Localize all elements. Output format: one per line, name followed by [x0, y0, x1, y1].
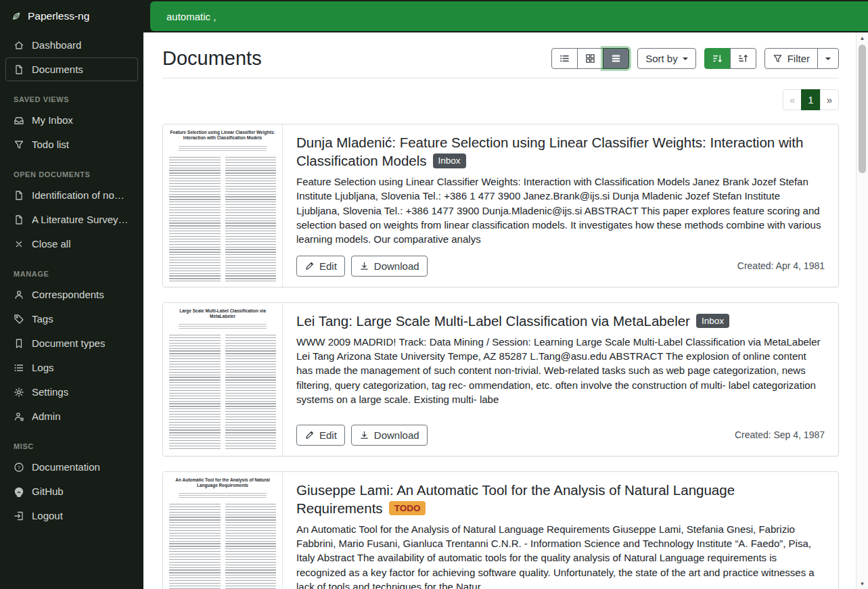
sidebar-item-logs[interactable]: Logs [5, 356, 138, 379]
logout-icon [14, 511, 24, 521]
document-thumbnail[interactable]: Large Scale Multi-Label Classification v… [163, 303, 283, 456]
edit-button[interactable]: Edit [296, 256, 345, 277]
document-title[interactable]: Lei Tang: Large Scale Multi-Label Classi… [296, 312, 825, 330]
pagination-next-button[interactable]: » [820, 89, 839, 110]
page-header: Documents Sort by [162, 32, 839, 78]
chevron-down-icon [683, 57, 688, 60]
sidebar-item-logout[interactable]: Logout [5, 504, 138, 527]
inbox-icon [14, 115, 24, 126]
question-circle-icon: ? [14, 462, 24, 473]
tag-icon [14, 314, 24, 325]
edit-button[interactable]: Edit [296, 425, 345, 446]
pagination-prev-button[interactable]: « [783, 89, 802, 110]
document-list: Feature Selection using Linear Classifie… [162, 124, 839, 589]
document-excerpt: An Automatic Tool for the Analysis of Na… [296, 522, 825, 589]
sidebar-item-dashboard[interactable]: Dashboard [5, 33, 138, 57]
filter-dropdown-button[interactable] [817, 48, 839, 69]
dashboard-icon [14, 40, 24, 51]
tag-badge-inbox[interactable]: Inbox [696, 314, 729, 329]
scroll-up-arrow[interactable]: ▲ [860, 32, 865, 43]
sidebar-item-open-doc-1[interactable]: Identification of non-fu... [5, 183, 138, 207]
list-view-icon [559, 53, 570, 64]
sidebar-item-document-types[interactable]: Document types [5, 331, 138, 355]
brand-label: Paperless-ng [28, 10, 89, 22]
pencil-icon [304, 430, 315, 440]
main-content: Documents Sort by [143, 32, 856, 589]
sidebar-item-open-doc-2[interactable]: A Literature Survey on ... [5, 208, 138, 231]
sort-alphabetical-button[interactable] [730, 48, 756, 69]
grid-view-icon [585, 53, 595, 64]
filter-group: Filter [764, 48, 839, 69]
sort-by-button[interactable]: Sort by [637, 48, 696, 69]
brand[interactable]: Paperless-ng [0, 0, 143, 32]
pagination: « 1 » [162, 89, 839, 110]
close-icon [14, 239, 24, 250]
funnel-icon [773, 53, 783, 64]
document-excerpt: WWW 2009 MADRID! Track: Data Mining / Se… [296, 335, 825, 406]
sidebar-item-settings[interactable]: Settings [5, 380, 138, 404]
list-view-button[interactable] [551, 48, 578, 69]
admin-icon [14, 411, 24, 422]
sidebar-item-tags[interactable]: Tags [5, 307, 138, 331]
sort-alphabetical-icon [738, 53, 748, 64]
app-window: Paperless-ng Dashboard Documents SAVED V… [0, 0, 868, 589]
sidebar-item-todo-list[interactable]: Todo list [5, 133, 138, 156]
document-thumbnail[interactable]: Feature Selection using Linear Classifie… [163, 124, 283, 287]
documents-icon [14, 64, 24, 75]
sidebar: Paperless-ng Dashboard Documents SAVED V… [0, 0, 143, 589]
toolbar: Sort by Filter [551, 48, 839, 69]
document-thumbnail[interactable]: An Automatic Tool for the Analysis of Na… [163, 472, 283, 589]
scroll-down-arrow[interactable]: ▼ [860, 578, 865, 589]
bookmark-icon [14, 338, 24, 349]
sidebar-item-admin[interactable]: Admin [5, 404, 138, 428]
view-toggle-group [551, 48, 629, 69]
saved-views-heading: SAVED VIEWS [0, 82, 143, 108]
funnel-icon [14, 139, 24, 150]
filter-button[interactable]: Filter [764, 48, 818, 69]
created-date: Created: Sep 4, 1987 [735, 429, 825, 440]
sidebar-item-close-all[interactable]: Close all [5, 232, 138, 256]
sidebar-item-correspondents[interactable]: Correspondents [5, 283, 138, 306]
scrollbar[interactable]: ▲ ▼ [856, 32, 868, 589]
download-icon [359, 261, 369, 271]
sidebar-item-github[interactable]: GitHub [5, 479, 138, 503]
document-card: Feature Selection using Linear Classifie… [162, 124, 839, 287]
scrollbar-thumb[interactable] [859, 45, 866, 173]
tag-badge-inbox[interactable]: Inbox [433, 154, 466, 168]
sidebar-item-documents[interactable]: Documents [5, 57, 138, 81]
sidebar-item-documentation[interactable]: ? Documentation [5, 455, 138, 479]
file-icon [14, 214, 24, 225]
created-date: Created: Apr 4, 1981 [737, 260, 825, 271]
person-icon [14, 289, 24, 300]
detail-view-icon [611, 53, 621, 64]
manage-heading: MANAGE [0, 256, 143, 282]
grid-view-button[interactable] [577, 48, 603, 69]
download-icon [359, 430, 369, 440]
sort-descending-button[interactable] [704, 48, 731, 69]
list-icon [14, 362, 24, 373]
github-icon [14, 486, 24, 497]
svg-text:?: ? [18, 465, 21, 471]
sort-descending-icon [712, 53, 723, 64]
gear-icon [14, 387, 24, 398]
page-title: Documents [162, 47, 262, 70]
leaf-icon [11, 11, 22, 22]
sidebar-item-my-inbox[interactable]: My Inbox [5, 108, 138, 132]
misc-heading: MISC [0, 429, 143, 454]
open-documents-heading: OPEN DOCUMENTS [0, 157, 143, 183]
download-button[interactable]: Download [351, 256, 428, 277]
document-card: Large Scale Multi-Label Classification v… [162, 302, 839, 456]
document-excerpt: Feature Selection using Linear Classifie… [296, 174, 825, 246]
sort-direction-group [704, 48, 756, 69]
pagination-page-1-button[interactable]: 1 [801, 89, 820, 110]
pencil-icon [304, 261, 315, 271]
chevron-down-icon [825, 57, 831, 60]
detail-view-button[interactable] [603, 48, 629, 69]
file-icon [14, 190, 24, 201]
document-card: An Automatic Tool for the Analysis of Na… [162, 471, 839, 589]
search-input[interactable] [150, 1, 868, 31]
tag-badge-todo[interactable]: TODO [389, 501, 426, 516]
document-title[interactable]: Giuseppe Lami: An Automatic Tool for the… [296, 481, 825, 517]
download-button[interactable]: Download [351, 425, 428, 446]
document-title[interactable]: Dunja Mladenić: Feature Selection using … [296, 133, 825, 170]
